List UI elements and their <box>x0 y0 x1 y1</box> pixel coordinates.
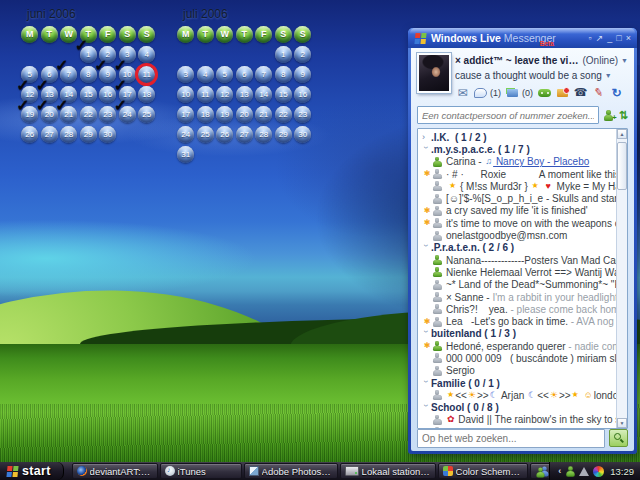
calendar-day[interactable]: 17 <box>177 106 194 123</box>
avatar[interactable] <box>417 53 451 93</box>
activities-icon[interactable] <box>555 86 570 99</box>
contact-row[interactable]: Nanana-------------Posters Van Mad Caddi… <box>419 254 616 266</box>
popout-icon[interactable]: ↗ <box>596 34 604 43</box>
calendar-day[interactable]: 20 <box>236 106 253 123</box>
contact-row[interactable]: ★ { M!ss Murd3r } ★ ♥ Myke = My Hap... <box>419 180 616 192</box>
start-button[interactable]: start <box>0 462 64 480</box>
scrollbar[interactable]: ▲ ▼ <box>616 129 627 428</box>
taskbar-button[interactable]: deviantART: De... <box>72 463 158 479</box>
calendar-day[interactable]: 8 <box>275 66 292 83</box>
calendar-day[interactable]: 11 <box>138 66 155 83</box>
contact-group-header[interactable]: ›.P.r.a.t.e.n. ( 2 / 6 ) <box>419 242 616 254</box>
contact-row[interactable]: ~* Land of the Dead*~Summoning*~ "Pandy?… <box>419 279 616 291</box>
contact-group-header[interactable]: ›Familie ( 0 / 1 ) <box>419 377 616 389</box>
panel-icon[interactable]: ▫ <box>589 34 592 43</box>
calendar-day[interactable]: 26 <box>21 126 38 143</box>
calendar-day[interactable]: 28 <box>60 126 77 143</box>
chevron-down-icon[interactable]: ▼ <box>605 72 612 79</box>
close-icon[interactable]: × <box>626 34 631 43</box>
calendar-day[interactable]: 17✓ <box>119 86 136 103</box>
calendar-day[interactable]: 14 <box>255 86 272 103</box>
contact-row[interactable]: Nienke Helemaal Verrot ==> Wantij Was Ki… <box>419 266 616 278</box>
email-icon[interactable]: ✉ <box>455 86 470 99</box>
contact-row[interactable]: onelastgoodbye@msn.com <box>419 229 616 241</box>
phone-icon[interactable]: ☎ <box>573 86 588 99</box>
scroll-up-button[interactable]: ▲ <box>617 129 627 139</box>
search-icon[interactable] <box>609 429 628 447</box>
chevron-down-icon[interactable]: › <box>421 404 430 413</box>
calendar-day[interactable]: 5 <box>216 66 233 83</box>
calendar-day[interactable]: 25 <box>138 106 155 123</box>
minimize-icon[interactable]: _ <box>607 34 612 43</box>
calendar-day[interactable]: 20✓ <box>41 106 58 123</box>
add-contact-icon[interactable]: + <box>604 110 614 121</box>
calendar-day[interactable]: 29 <box>275 126 292 143</box>
calendar-day[interactable]: 30 <box>99 126 116 143</box>
contact-group-header[interactable]: ›buitenland ( 1 / 3 ) <box>419 328 616 340</box>
calendar-day[interactable]: 1 <box>275 46 292 63</box>
user-status-row[interactable]: cause a thought would be a song ▼ <box>455 70 628 81</box>
chevron-down-icon[interactable]: › <box>421 330 430 339</box>
calendar-day[interactable]: 21✓ <box>60 106 77 123</box>
contact-group-header[interactable]: ›School ( 0 / 8 ) <box>419 402 616 414</box>
contact-row[interactable]: Sergio <box>419 365 616 377</box>
contact-search-input[interactable] <box>417 106 599 124</box>
calendar-day[interactable]: 16 <box>99 86 116 103</box>
contact-row[interactable]: Chris?! yea. - please come back home <box>419 303 616 315</box>
calendar-day[interactable]: 15 <box>275 86 292 103</box>
color-wheel-icon[interactable] <box>593 466 604 477</box>
contact-row[interactable]: ✱· # · Roxie A moment like this - Raas <… <box>419 168 616 180</box>
taskbar-button[interactable]: Adobe Photoshop <box>244 463 338 479</box>
calendar-day[interactable]: 9✓ <box>99 66 116 83</box>
taskbar-button[interactable]: iTunes <box>160 463 242 479</box>
calendar-day[interactable]: 10✓ <box>119 66 136 83</box>
contact-row[interactable]: ✱Hedoné, esperando querer - nadie como t… <box>419 340 616 352</box>
calendar-day[interactable]: 13✓ <box>41 86 58 103</box>
calendar-day[interactable]: 23 <box>99 106 116 123</box>
calendar-day[interactable]: 12✓ <box>21 86 38 103</box>
calendar-day[interactable]: 24✓ <box>119 106 136 123</box>
calendar-day[interactable]: 9 <box>294 66 311 83</box>
calendar-day[interactable]: 16 <box>294 86 311 103</box>
calendar-day[interactable]: 30 <box>294 126 311 143</box>
messenger-titlebar[interactable]: Windows Live Messenger Beta ▫↗_□× <box>408 28 637 48</box>
contact-row[interactable]: × Sanne - I'm a rabbit in your headlight… <box>419 291 616 303</box>
calendar-day[interactable]: 3 <box>177 66 194 83</box>
calendar-day[interactable]: 28 <box>255 126 272 143</box>
taskbar-button[interactable]: Lokaal station (Z:) <box>340 463 436 479</box>
calendar-day[interactable]: 27 <box>236 126 253 143</box>
contact-row[interactable]: [☺]'$-%[S_o_p_h_i_e - Skulls and stars*]… <box>419 192 616 204</box>
contact-row[interactable]: ✿ David || The rainbow's in the sky to s… <box>419 414 616 426</box>
calendar-day[interactable]: 7✓ <box>60 66 77 83</box>
calendar-day[interactable]: 14 <box>60 86 77 103</box>
calendar-day[interactable]: 12 <box>216 86 233 103</box>
calendar-day[interactable]: 2 <box>294 46 311 63</box>
calendar-day[interactable]: 25 <box>197 126 214 143</box>
calendar-day[interactable]: 1✓ <box>80 46 97 63</box>
chevron-down-icon[interactable]: › <box>421 146 430 155</box>
calendar-day[interactable]: 18 <box>197 106 214 123</box>
calendar-day[interactable]: 21 <box>255 106 272 123</box>
calendar-day[interactable]: 18 <box>138 86 155 103</box>
maximize-icon[interactable]: □ <box>616 34 621 43</box>
shared-folders-icon[interactable] <box>505 86 520 99</box>
calendar-day[interactable]: 11 <box>197 86 214 103</box>
calendar-day[interactable]: 6 <box>236 66 253 83</box>
calendar-day[interactable]: 3 <box>119 46 136 63</box>
contact-row[interactable]: ✱a cry saved my life 'it is finished' <box>419 205 616 217</box>
contact-group-header[interactable]: ›.I.K. ( 1 / 2 ) <box>419 131 616 143</box>
calendar-day[interactable]: 26 <box>216 126 233 143</box>
collapse-arrow-icon[interactable]: ‹ <box>558 466 561 476</box>
calendar-day[interactable]: 5 <box>21 66 38 83</box>
contact-group-header[interactable]: ›.m.y.s.p.a.c.e. ( 1 / 7 ) <box>419 143 616 155</box>
chat-icon[interactable] <box>473 86 488 99</box>
calendar-day[interactable]: 8 <box>80 66 97 83</box>
calendar-day[interactable]: 27 <box>41 126 58 143</box>
contact-row[interactable]: 000 000 009 ( buscándote ) miriam slads <box>419 352 616 364</box>
calendar-day[interactable]: 10 <box>177 86 194 103</box>
sort-contacts-icon[interactable]: ⇅ <box>619 110 628 121</box>
network-icon[interactable] <box>579 467 589 476</box>
calendar-day[interactable]: 2 <box>99 46 116 63</box>
taskbar-button[interactable]: Color Schemer ... <box>438 463 528 479</box>
chevron-down-icon[interactable]: › <box>421 379 430 388</box>
